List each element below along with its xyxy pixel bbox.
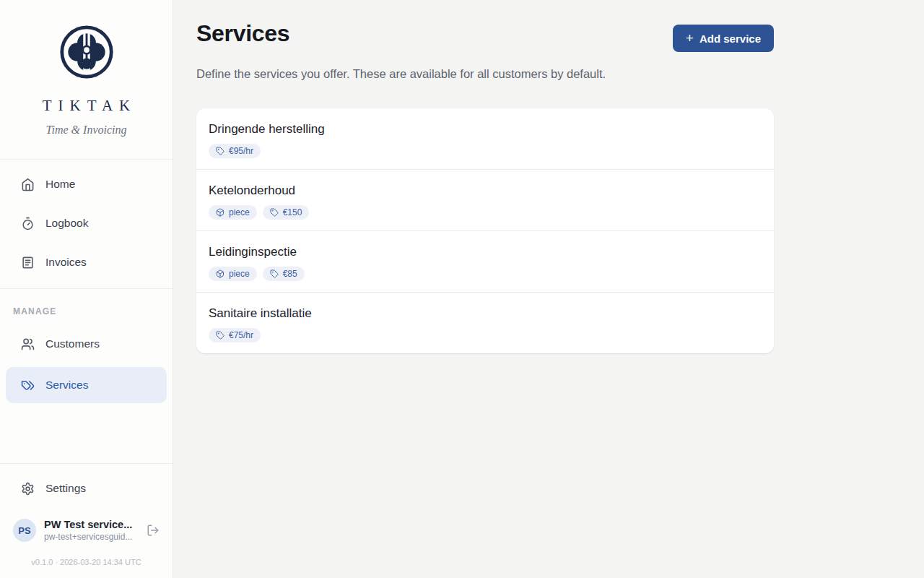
plus-icon: + [686, 31, 694, 45]
service-name: Dringende herstelling [209, 122, 762, 137]
manage-section-label: MANAGE [13, 306, 167, 316]
users-icon [21, 337, 35, 351]
receipt-icon [21, 256, 35, 269]
service-row[interactable]: Sanitaire installatie €75/hr [196, 293, 774, 353]
tag-icon [270, 269, 279, 278]
tiktak-logo-icon [59, 25, 114, 79]
logout-icon[interactable] [147, 524, 160, 537]
service-name: Leidinginspectie [209, 245, 762, 259]
service-badges: €95/hr [209, 144, 762, 158]
user-meta: PW Test service... pw-test+servicesguid.… [44, 519, 139, 542]
sidebar-item-invoices[interactable]: Invoices [6, 246, 167, 278]
cube-icon [216, 269, 225, 278]
badge-label: piece [229, 269, 250, 279]
sidebar-item-label: Home [45, 178, 75, 191]
service-badge: piece [209, 267, 257, 281]
sidebar-item-services[interactable]: Services [6, 367, 167, 403]
brand-tagline: Time & Invoicing [0, 124, 173, 137]
sidebar-item-settings[interactable]: Settings [6, 473, 167, 504]
primary-nav: Home Logbook Invoices [0, 160, 173, 289]
sidebar-item-label: Logbook [45, 217, 88, 230]
service-badge: €85 [263, 267, 305, 281]
sidebar-item-label: Settings [45, 482, 86, 495]
badge-label: €85 [283, 269, 297, 279]
sidebar: TIKTAK Time & Invoicing Home Logbook Inv… [0, 0, 173, 578]
service-badges: piece€150 [209, 205, 762, 220]
service-row[interactable]: Dringende herstelling €95/hr [196, 108, 774, 170]
page-header: Services + Add service [196, 20, 774, 52]
cube-icon [216, 208, 225, 217]
page-subtitle: Define the services you offer. These are… [196, 67, 774, 81]
service-badge: €150 [263, 205, 310, 220]
user-email: pw-test+servicesguid... [44, 532, 139, 542]
logo-section: TIKTAK Time & Invoicing [0, 0, 173, 160]
page-title: Services [196, 20, 289, 47]
service-name: Sanitaire installatie [209, 306, 762, 321]
user-name: PW Test service... [44, 519, 139, 530]
sidebar-footer: Settings PS PW Test service... pw-test+s… [0, 463, 173, 578]
gear-icon [21, 482, 35, 496]
stopwatch-icon [21, 217, 35, 230]
service-badge: piece [209, 205, 257, 220]
sidebar-item-label: Services [45, 379, 88, 392]
sidebar-item-logbook[interactable]: Logbook [6, 207, 167, 239]
service-row[interactable]: Leidinginspectie piece€85 [196, 231, 774, 293]
tags-icon [21, 379, 35, 392]
manage-nav: MANAGE Customers Services [0, 289, 173, 412]
tag-icon [270, 208, 279, 217]
service-badge: €95/hr [209, 144, 261, 158]
service-badges: €75/hr [209, 328, 762, 342]
avatar: PS [13, 519, 36, 542]
add-service-button[interactable]: + Add service [673, 25, 774, 52]
badge-label: €95/hr [229, 146, 253, 156]
app-version: v0.1.0 · 2026-03-20 14:34 UTC [6, 549, 167, 574]
sidebar-item-label: Customers [45, 337, 100, 350]
services-list: Dringende herstelling €95/hr Ketelonderh… [196, 108, 774, 353]
badge-label: piece [229, 207, 250, 217]
service-badge: €75/hr [209, 328, 261, 342]
badge-label: €75/hr [229, 330, 253, 340]
tag-icon [216, 147, 225, 155]
service-badges: piece€85 [209, 267, 762, 281]
service-name: Ketelonderhoud [209, 184, 762, 198]
service-row[interactable]: Ketelonderhoud piece€150 [196, 170, 774, 231]
tag-icon [216, 331, 225, 340]
home-icon [21, 178, 35, 191]
brand-name: TIKTAK [0, 97, 173, 115]
main-content: Services + Add service Define the servic… [173, 0, 924, 353]
sidebar-item-home[interactable]: Home [6, 168, 167, 200]
sidebar-item-customers[interactable]: Customers [6, 328, 167, 360]
user-block: PS PW Test service... pw-test+servicesgu… [6, 512, 167, 549]
badge-label: €150 [283, 207, 302, 217]
add-service-button-label: Add service [699, 33, 761, 45]
sidebar-item-label: Invoices [45, 256, 87, 269]
